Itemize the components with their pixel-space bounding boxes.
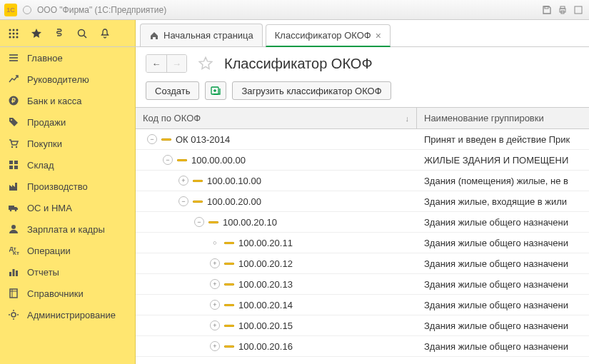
leaf-icon: ○ [210,238,220,248]
sidebar-item-label: Продажи [27,117,66,128]
expand-icon[interactable]: + [210,300,220,310]
expand-icon[interactable]: + [210,258,220,268]
folder-icon [224,345,234,348]
col-name[interactable]: Наименование группировки [417,108,589,128]
create-button[interactable]: Создать [146,81,199,100]
sidebar-item-label: Зарплата и кадры [27,224,105,235]
code-text: 100.00.20.14 [238,300,293,310]
favorite-button[interactable] [197,55,214,72]
svg-point-23 [16,146,17,148]
favorite-icon[interactable] [26,23,47,44]
truck-icon [7,202,20,213]
cell-code: +100.00.20.14 [136,300,417,310]
table-body: −ОК 013-2014Принят и введен в действие П… [136,129,589,364]
main: ГлавноеРуководителю₽Банк и кассаПродажиП… [0,47,589,364]
svg-point-12 [13,36,15,38]
svg-point-9 [13,32,15,34]
window-control-icon[interactable] [23,6,31,14]
history-icon[interactable] [49,23,70,44]
sidebar-item-10[interactable]: Отчеты [0,261,135,283]
sidebar-item-11[interactable]: Справочники [0,283,135,304]
sidebar-item-2[interactable]: ₽Банк и касса [0,90,135,111]
tab-home[interactable]: Начальная страница [140,24,263,46]
cell-name: ЖИЛЫЕ ЗДАНИЯ И ПОМЕЩЕНИ [417,155,589,166]
cell-name: Здания жилые общего назначени [417,258,589,269]
expand-icon[interactable]: + [178,176,188,186]
table-row[interactable]: +100.00.10.00Здания (помещения) жилые, н… [136,171,589,191]
svg-point-7 [16,29,19,31]
apps-icon[interactable] [3,23,24,44]
svg-rect-2 [560,6,565,9]
cell-code: +100.00.20.16 [136,341,417,352]
svg-point-13 [16,36,19,38]
code-text: 100.00.20.11 [238,238,293,248]
folder-icon [177,159,187,161]
svg-point-5 [9,29,11,31]
sidebar-item-1[interactable]: Руководителю [0,69,135,90]
sidebar-item-3[interactable]: Продажи [0,111,135,133]
tab-home-label: Начальная страница [163,30,253,41]
quick-toolbar [0,20,136,46]
collapse-icon[interactable]: − [194,217,204,227]
expand-icon[interactable]: + [210,341,220,351]
sidebar-item-6[interactable]: Производство [0,176,135,197]
app-logo: 1C [4,4,17,16]
close-icon[interactable]: × [376,30,381,41]
cell-name: Принят и введен в действие Прик [417,134,589,145]
svg-rect-25 [14,161,18,164]
sidebar-item-5[interactable]: Склад [0,154,135,176]
home-icon [149,31,159,41]
print-icon[interactable] [556,4,569,16]
create-group-button[interactable] [205,81,226,100]
tab-classifier[interactable]: Классификатор ОКОФ × [266,24,391,47]
cart-icon [7,138,20,149]
book-icon [7,288,20,299]
svg-point-28 [10,210,12,212]
tabs: Начальная страница Классификатор ОКОФ × [136,20,589,46]
sidebar-item-label: Операции [27,246,71,256]
window-title: ООО "Фирма" (1С:Предприятие) [37,5,166,15]
load-button[interactable]: Загрузить классификатор ОКОФ [232,81,391,100]
collapse-icon[interactable]: − [178,196,188,206]
table-row[interactable]: +100.00.20.14Здания жилые общего назначе… [136,295,589,315]
table-row[interactable]: −100.00.00.00ЖИЛЫЕ ЗДАНИЯ И ПОМЕЩЕНИ [136,150,589,171]
code-text: 100.00.20.10 [223,217,277,228]
search-icon[interactable] [71,23,93,44]
back-button[interactable]: ← [146,55,166,72]
cell-name: Здания жилые общего назначени [417,279,589,290]
sidebar-item-label: Банк и касса [27,96,82,106]
actions: Создать Загрузить классификатор ОКОФ [136,79,589,107]
table: Код по ОКОФ ↓ Наименование группировки −… [136,107,589,364]
boxes-icon [7,159,20,171]
expand-icon[interactable]: + [210,279,220,289]
table-row[interactable]: +100.00.20.12Здания жилые общего назначе… [136,253,589,274]
bell-icon[interactable] [94,23,116,44]
table-row[interactable]: ○100.00.20.11Здания жилые общего назначе… [136,233,589,253]
link-icon[interactable] [572,4,585,16]
collapse-icon[interactable]: − [163,155,173,165]
table-row[interactable]: −ОК 013-2014Принят и введен в действие П… [136,129,589,150]
collapse-icon[interactable]: − [147,134,157,144]
table-row[interactable]: +100.00.20.16Здания жилые общего назначе… [136,336,589,357]
table-row[interactable]: +100.00.20.15Здания жилые общего назначе… [136,315,589,336]
svg-text:Кт: Кт [13,250,19,256]
expand-icon[interactable]: + [210,320,220,330]
sidebar-item-0[interactable]: Главное [0,47,135,69]
tag-icon [7,116,20,128]
tab-classifier-label: Классификатор ОКОФ [275,30,371,41]
col-code[interactable]: Код по ОКОФ ↓ [136,108,417,128]
svg-rect-24 [9,161,13,164]
sidebar-item-9[interactable]: ДтКтОперации [0,240,135,261]
sidebar-item-4[interactable]: Покупки [0,133,135,154]
sidebar-item-label: Склад [27,160,54,171]
svg-rect-4 [575,6,582,14]
table-row[interactable]: −100.00.20.00Здания жилые, входящие в жи… [136,191,589,212]
sidebar-item-7[interactable]: ОС и НМА [0,197,135,218]
sidebar-item-12[interactable]: Администрирование [0,304,135,325]
cell-name: Здания (помещения) жилые, не в [417,176,589,186]
sidebar-item-8[interactable]: Зарплата и кадры [0,218,135,240]
table-row[interactable]: +100.00.20.13Здания жилые общего назначе… [136,274,589,295]
save-icon[interactable] [540,4,553,16]
table-row[interactable]: −100.00.20.10Здания жилые общего назначе… [136,212,589,233]
code-text: 100.00.10.00 [207,176,261,186]
